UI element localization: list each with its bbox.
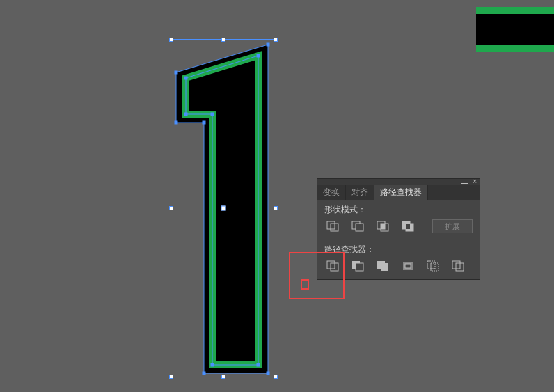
panel-menu-icon[interactable]	[461, 180, 468, 184]
crop-icon[interactable]	[399, 258, 416, 274]
bar-black	[476, 14, 554, 45]
anchor-point[interactable]	[267, 372, 270, 375]
anchor-point[interactable]	[203, 121, 206, 125]
merge-icon[interactable]	[374, 258, 391, 274]
anchor-point[interactable]	[257, 363, 260, 367]
panel-title-bar[interactable]: ×	[317, 179, 480, 185]
anchor-point[interactable]	[211, 363, 214, 367]
divide-icon[interactable]	[324, 258, 341, 274]
panel-tabs: 变换 对齐 路径查找器	[317, 185, 480, 200]
panel-close-icon[interactable]: ×	[473, 180, 477, 184]
anchor-point[interactable]	[184, 77, 188, 80]
trim-icon[interactable]	[349, 258, 366, 274]
tab-pathfinder[interactable]: 路径查找器	[374, 185, 428, 200]
canvas-selection[interactable]	[171, 39, 276, 377]
tutorial-highlight-small	[301, 279, 309, 290]
anchor-point[interactable]	[184, 113, 188, 116]
svg-rect-17	[405, 264, 411, 268]
anchor-point[interactable]	[175, 71, 178, 75]
bar-green-bottom	[476, 45, 554, 52]
intersect-icon[interactable]	[374, 219, 391, 234]
svg-rect-15	[381, 263, 388, 271]
svg-rect-13	[356, 263, 363, 271]
unite-icon[interactable]	[324, 219, 341, 234]
bar-green-top	[476, 7, 554, 14]
expand-button[interactable]: 扩展	[432, 219, 473, 233]
shape-modes-label: 形状模式：	[317, 200, 480, 219]
minus-back-icon[interactable]	[450, 258, 466, 274]
outline-icon[interactable]	[425, 258, 441, 274]
minus-front-icon[interactable]	[349, 219, 366, 234]
anchor-point[interactable]	[267, 43, 270, 47]
numeral-1-shape[interactable]	[171, 39, 276, 377]
tab-transform[interactable]: 变换	[317, 185, 346, 200]
shape-modes-row: 扩展	[317, 219, 480, 240]
tab-align[interactable]: 对齐	[346, 185, 374, 200]
pathfinder-panel[interactable]: × 变换 对齐 路径查找器 形状模式： 扩展 路径查找器：	[317, 178, 480, 280]
anchor-point[interactable]	[203, 372, 206, 375]
svg-rect-9	[406, 224, 410, 229]
exclude-icon[interactable]	[399, 219, 416, 234]
anchor-point[interactable]	[257, 54, 260, 58]
svg-rect-6	[381, 224, 385, 229]
corner-swatch	[476, 7, 554, 52]
pathfinders-row	[317, 258, 480, 279]
svg-rect-3	[356, 224, 363, 231]
anchor-point[interactable]	[175, 121, 178, 125]
pathfinders-label: 路径查找器：	[317, 240, 480, 258]
anchor-point[interactable]	[211, 113, 214, 116]
